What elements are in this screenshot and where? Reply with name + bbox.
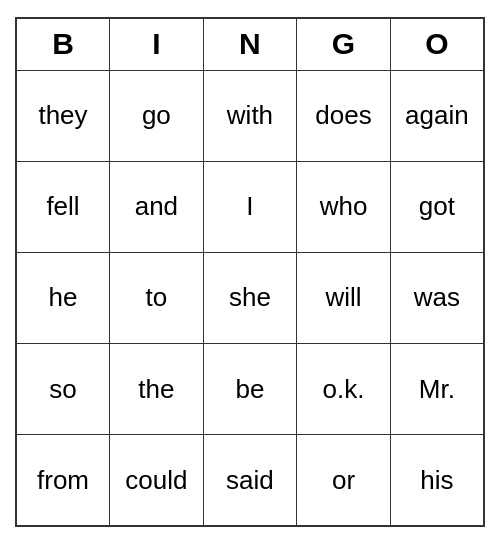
bingo-row-3: sothebeo.k.Mr. [16, 344, 484, 435]
bingo-cell-3-2: be [203, 344, 297, 435]
bingo-cell-3-4: Mr. [390, 344, 484, 435]
header-letter-b: B [16, 18, 110, 70]
header-letter-n: N [203, 18, 297, 70]
bingo-cell-1-2: I [203, 161, 297, 252]
bingo-cell-2-4: was [390, 252, 484, 343]
bingo-cell-2-3: will [297, 252, 391, 343]
bingo-card: BINGO theygowithdoesagainfellandIwhogoth… [15, 17, 485, 527]
bingo-row-0: theygowithdoesagain [16, 70, 484, 161]
bingo-cell-2-2: she [203, 252, 297, 343]
bingo-cell-2-1: to [110, 252, 204, 343]
bingo-cell-4-2: said [203, 435, 297, 526]
bingo-row-2: hetoshewillwas [16, 252, 484, 343]
bingo-cell-3-3: o.k. [297, 344, 391, 435]
bingo-cell-0-2: with [203, 70, 297, 161]
bingo-cell-4-0: from [16, 435, 110, 526]
bingo-cell-1-4: got [390, 161, 484, 252]
bingo-cell-2-0: he [16, 252, 110, 343]
bingo-cell-3-1: the [110, 344, 204, 435]
bingo-cell-0-0: they [16, 70, 110, 161]
bingo-row-1: fellandIwhogot [16, 161, 484, 252]
bingo-cell-0-1: go [110, 70, 204, 161]
bingo-cell-1-3: who [297, 161, 391, 252]
bingo-cell-4-1: could [110, 435, 204, 526]
bingo-row-4: fromcouldsaidorhis [16, 435, 484, 526]
bingo-cell-1-0: fell [16, 161, 110, 252]
bingo-cell-4-4: his [390, 435, 484, 526]
bingo-cell-4-3: or [297, 435, 391, 526]
header-letter-i: I [110, 18, 204, 70]
bingo-cell-3-0: so [16, 344, 110, 435]
bingo-cell-0-4: again [390, 70, 484, 161]
bingo-cell-1-1: and [110, 161, 204, 252]
header-letter-g: G [297, 18, 391, 70]
bingo-header-row: BINGO [16, 18, 484, 70]
header-letter-o: O [390, 18, 484, 70]
bingo-cell-0-3: does [297, 70, 391, 161]
